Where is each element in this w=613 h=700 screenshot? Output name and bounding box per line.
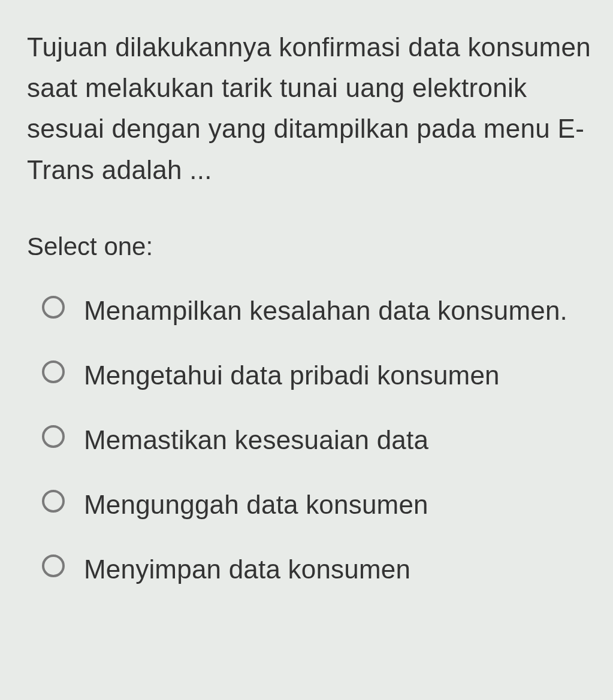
quiz-container: Tujuan dilakukannya konfirmasi data kons… (0, 0, 613, 607)
option-row[interactable]: Menyimpan data konsumen (42, 550, 595, 589)
select-one-label: Select one: (27, 232, 595, 261)
option-row[interactable]: Menampilkan kesalahan data konsumen. (42, 291, 595, 331)
radio-unchecked-icon[interactable] (42, 296, 65, 319)
option-label: Mengetahui data pribadi konsumen (84, 356, 500, 395)
option-label: Mengunggah data konsumen (84, 485, 428, 525)
options-list: Menampilkan kesalahan data konsumen. Men… (27, 291, 595, 589)
radio-unchecked-icon[interactable] (42, 490, 65, 513)
radio-unchecked-icon[interactable] (42, 360, 65, 383)
question-text: Tujuan dilakukannya konfirmasi data kons… (27, 27, 595, 190)
option-label: Menampilkan kesalahan data konsumen. (84, 291, 567, 331)
option-row[interactable]: Mengunggah data konsumen (42, 485, 595, 525)
option-row[interactable]: Memastikan kesesuaian data (42, 420, 595, 460)
option-label: Memastikan kesesuaian data (84, 420, 428, 460)
radio-unchecked-icon[interactable] (42, 425, 65, 448)
option-row[interactable]: Mengetahui data pribadi konsumen (42, 356, 595, 395)
option-label: Menyimpan data konsumen (84, 550, 410, 589)
radio-unchecked-icon[interactable] (42, 554, 65, 577)
